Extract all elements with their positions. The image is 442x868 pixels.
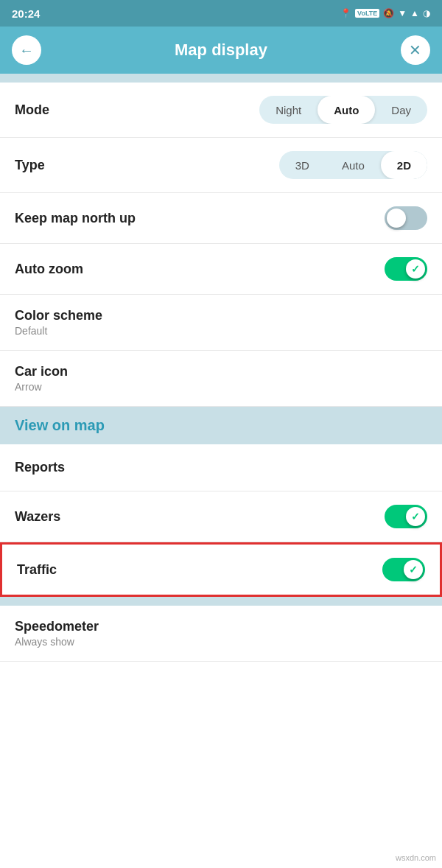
car-icon-row[interactable]: Car icon Arrow: [0, 351, 442, 407]
top-divider: [0, 74, 442, 83]
keep-north-toggle[interactable]: [385, 206, 427, 230]
car-icon-value: Arrow: [15, 381, 68, 393]
traffic-row: Traffic: [0, 542, 442, 597]
reports-row[interactable]: Reports: [0, 444, 442, 491]
wazers-label: Wazers: [15, 509, 60, 525]
wazers-knob: [406, 507, 425, 526]
refresh-icon: ◑: [423, 8, 430, 18]
speedometer-label: Speedometer: [15, 619, 99, 634]
keep-north-slider: [385, 206, 427, 230]
wazers-toggle[interactable]: [385, 505, 427, 528]
view-on-map-section: Reports Wazers: [0, 444, 442, 542]
traffic-slider: [382, 558, 425, 581]
type-3d-btn[interactable]: 3D: [279, 151, 326, 179]
speedometer-section: Speedometer Always show: [0, 606, 442, 662]
type-row: Type 3D Auto 2D: [0, 138, 442, 193]
keep-north-label: Keep map north up: [15, 211, 136, 226]
type-label: Type: [15, 158, 45, 173]
color-scheme-value: Default: [15, 325, 102, 337]
status-bar: 20:24 📍 VoLTE 🔕 ▼ ▲ ◑: [0, 0, 442, 27]
auto-zoom-row: Auto zoom: [0, 244, 442, 295]
speedometer-label-group: Speedometer Always show: [15, 619, 99, 648]
wazers-row: Wazers: [0, 491, 442, 542]
auto-zoom-slider: [385, 257, 427, 281]
speedometer-row[interactable]: Speedometer Always show: [0, 606, 442, 662]
wifi-icon: ▼: [398, 8, 407, 18]
reports-label: Reports: [15, 460, 65, 475]
color-scheme-row[interactable]: Color scheme Default: [0, 295, 442, 351]
view-on-map-header: View on map: [0, 407, 442, 444]
mode-row: Mode Night Auto Day: [0, 83, 442, 138]
header: ← Map display ✕: [0, 27, 442, 74]
status-icons: 📍 VoLTE 🔕 ▼ ▲ ◑: [340, 8, 430, 18]
color-scheme-label-group: Color scheme Default: [15, 308, 102, 337]
type-2d-btn[interactable]: 2D: [381, 151, 427, 179]
volte-badge: VoLTE: [355, 9, 379, 18]
status-time: 20:24: [12, 7, 40, 20]
page-title: Map display: [175, 41, 267, 60]
auto-zoom-label: Auto zoom: [15, 262, 83, 277]
location-icon: 📍: [340, 8, 351, 18]
bottom-divider: [0, 597, 442, 606]
type-segment-control[interactable]: 3D Auto 2D: [279, 151, 427, 179]
wazers-slider: [385, 505, 427, 528]
mode-night-btn[interactable]: Night: [259, 96, 318, 124]
close-button[interactable]: ✕: [401, 35, 430, 65]
keep-north-row: Keep map north up: [0, 193, 442, 244]
mode-auto-btn[interactable]: Auto: [318, 96, 375, 124]
signal-icon: ▲: [410, 8, 419, 18]
car-icon-label: Car icon: [15, 364, 68, 379]
auto-zoom-toggle[interactable]: [385, 257, 427, 281]
back-button[interactable]: ←: [12, 35, 41, 65]
auto-zoom-knob: [406, 259, 425, 279]
watermark: wsxdn.com: [396, 853, 436, 862]
keep-north-knob: [387, 209, 406, 228]
traffic-label: Traffic: [17, 562, 57, 578]
mute-icon: 🔕: [383, 8, 394, 18]
traffic-knob: [404, 560, 423, 579]
view-on-map-title: View on map: [15, 417, 105, 433]
back-icon: ←: [19, 42, 34, 59]
mode-segment-control[interactable]: Night Auto Day: [259, 96, 427, 124]
speedometer-value: Always show: [15, 636, 99, 648]
color-scheme-label: Color scheme: [15, 308, 102, 323]
settings-section: Mode Night Auto Day Type 3D Auto 2D Keep…: [0, 83, 442, 407]
traffic-toggle[interactable]: [382, 558, 425, 581]
close-icon: ✕: [409, 41, 421, 59]
mode-label: Mode: [15, 102, 49, 118]
type-auto-btn[interactable]: Auto: [326, 151, 381, 179]
mode-day-btn[interactable]: Day: [375, 96, 427, 124]
car-icon-label-group: Car icon Arrow: [15, 364, 68, 393]
